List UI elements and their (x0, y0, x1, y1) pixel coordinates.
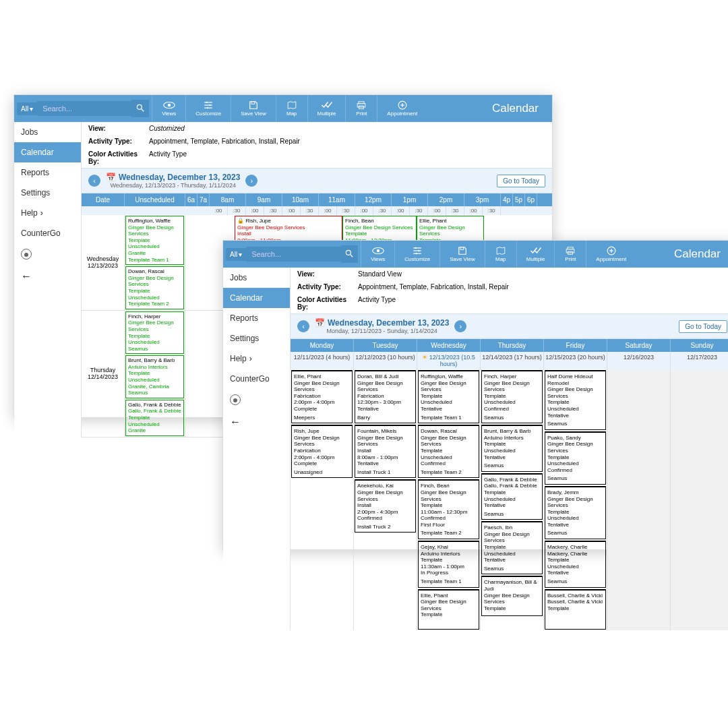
save-view-button[interactable]: Save View (231, 95, 276, 122)
prev-button[interactable]: ‹ (297, 320, 309, 332)
appointment-button[interactable]: Appointment (586, 241, 636, 268)
event-card[interactable]: Gallo, Frank & DebbieGallo, Frank & Debb… (481, 473, 543, 520)
sidebar-item-jobs[interactable]: Jobs (14, 122, 81, 142)
multiple-button[interactable]: Multiple (516, 241, 555, 268)
save-view-button[interactable]: Save View (439, 241, 485, 268)
event-card[interactable]: Brunt, Barry & BarbArduino InteriorsTemp… (481, 425, 543, 472)
collapse-sidebar-button[interactable]: ← (14, 265, 81, 288)
svg-line-18 (351, 255, 353, 257)
customize-button[interactable]: Customize (185, 95, 231, 122)
event-card[interactable]: Dowan, RascalGinger Bee Design ServicesT… (418, 425, 479, 478)
event-card[interactable]: Ruffington, WaffleGinger Bee Design Serv… (418, 370, 479, 423)
sidebar-item-reports[interactable]: Reports (14, 162, 81, 183)
svg-point-3 (167, 104, 171, 107)
go-to-today-button[interactable]: Go to Today (679, 320, 727, 333)
print-icon (355, 100, 367, 110)
date-header[interactable]: 12/16/2023 (607, 352, 671, 369)
event-card[interactable]: Doran, Bill & JudiGinger Bee Design Serv… (355, 370, 416, 423)
event-card[interactable]: Paesch, IbnGinger Bee Design ServicesTem… (481, 521, 543, 574)
date-header[interactable]: 12/11/2023 (4 hours) (291, 352, 354, 369)
sidebar-item-calendar[interactable]: Calendar (223, 288, 290, 308)
svg-point-8 (209, 104, 210, 106)
event-card[interactable]: Anekeholo, KaiGinger Bee Design Services… (355, 479, 416, 533)
event-card[interactable]: Fountain, MikelsGinger Bee Design Servic… (355, 425, 416, 478)
calendar-icon: 📅 (315, 318, 325, 328)
save-icon (456, 246, 468, 255)
event-card[interactable]: Gallo, Frank & DebbieGallo, Frank & Debb… (125, 400, 184, 436)
svg-rect-29 (567, 249, 575, 253)
eye-icon (372, 246, 384, 255)
filter-all-button[interactable]: All ▾ (17, 102, 37, 115)
event-card[interactable]: Charmayanison, Bill & JudiGinger Bee Des… (481, 576, 543, 616)
search-button[interactable] (340, 245, 358, 263)
multiple-button[interactable]: Multiple (307, 95, 346, 122)
sidebar-item-reports[interactable]: Reports (223, 308, 290, 328)
event-card[interactable]: Mackery, CharlieMackery, CharlieTemplate… (545, 541, 606, 588)
search-input[interactable] (246, 247, 340, 262)
next-button[interactable]: › (245, 175, 257, 187)
search-button[interactable] (131, 100, 149, 117)
unscheduled-col: Ruffington, WaffleGinger Bee Design Serv… (125, 215, 185, 310)
go-to-today-button[interactable]: Go to Today (497, 175, 545, 187)
date-header[interactable]: 12/17/2023 (671, 352, 728, 369)
sidebar-item-countergo[interactable]: CounterGo (223, 369, 290, 389)
chevron-right-icon: › (40, 208, 43, 218)
map-button[interactable]: Map (276, 95, 307, 122)
event-card[interactable]: Gejay, KhalArduino InteriorsTemplate11:3… (418, 541, 479, 588)
filter-all-button[interactable]: All ▾ (226, 248, 246, 261)
event-card[interactable]: Ruffington, WaffleGinger Bee Design Serv… (125, 216, 184, 265)
sidebar-item-help[interactable]: Help› (14, 203, 81, 223)
date-header[interactable]: 12/15/2023 (20 hours) (544, 352, 607, 369)
event-card[interactable]: Ellie, PhantGinger Bee Design ServicesFa… (291, 370, 353, 423)
views-button[interactable]: Views (152, 95, 185, 122)
sidebar-item-countergo[interactable]: CounterGo (14, 223, 81, 243)
print-icon (564, 246, 576, 255)
event-card[interactable]: Dowan, RascalGinger Bee Design ServicesT… (125, 266, 184, 309)
activity-type-value: Appointment, Template, Fabrication, Inst… (358, 283, 509, 291)
sidebar-item-jobs[interactable]: Jobs (223, 268, 290, 288)
day-header: Tuesday (354, 339, 417, 352)
prev-button[interactable]: ‹ (88, 175, 100, 187)
sidebar-item-help[interactable]: Help› (223, 348, 290, 369)
event-card[interactable]: Brady, JemmGinger Bee Design ServicesTem… (545, 486, 606, 539)
svg-point-9 (207, 107, 208, 109)
event-card[interactable]: Finch, BeanGinger Bee Design ServicesTem… (418, 479, 479, 539)
user-avatar-icon[interactable] (21, 249, 32, 260)
event-card[interactable]: Puako, SandyGinger Bee Design ServicesTe… (545, 431, 606, 485)
view-label: View: (297, 270, 358, 278)
event-card[interactable]: Finch, HarperGinger Bee Design ServicesT… (125, 311, 184, 355)
map-icon (495, 246, 507, 255)
date-header[interactable]: 12/14/2023 (17 hours) (481, 352, 544, 369)
event-card[interactable]: Rish, JupeGinger Bee Design ServicesFabr… (291, 425, 353, 478)
current-date: 📅Wednesday, December 13, 2023 (106, 173, 240, 182)
sun-icon: ☀ (422, 354, 427, 361)
topbar: All ▾ Views Customize Save View Map Mult… (14, 95, 552, 122)
event-card[interactable]: Ellie, PhantGinger Bee Design ServicesTe… (418, 589, 479, 630)
views-button[interactable]: Views (361, 241, 394, 268)
event-card[interactable]: Finch, HarperGinger Bee Design ServicesT… (481, 370, 543, 423)
next-button[interactable]: › (454, 320, 466, 332)
sidebar-item-calendar[interactable]: Calendar (14, 142, 81, 162)
print-button[interactable]: Print (345, 95, 377, 122)
row-date: Thursday12/14/2023 (82, 311, 125, 437)
sidebar-item-settings[interactable]: Settings (14, 183, 81, 203)
print-button[interactable]: Print (554, 241, 586, 268)
event-card[interactable]: Half Dome Hideout RemodelGinger Bee Desi… (545, 370, 606, 430)
sidebar: Jobs Calendar Reports Settings Help› Cou… (223, 268, 291, 630)
date-header[interactable]: ☀ 12/13/2023 (10.5 hours) (417, 352, 481, 369)
svg-point-0 (137, 104, 142, 109)
search-input[interactable] (37, 101, 131, 116)
day-column: Ruffington, WaffleGinger Bee Design Serv… (417, 369, 481, 630)
date-header[interactable]: 12/12/2023 (10 hours) (354, 352, 417, 369)
day-header: Thursday (481, 339, 544, 352)
event-card[interactable]: Bussell, Charlie & VickiBussell, Charlie… (545, 589, 606, 630)
map-button[interactable]: Map (485, 241, 516, 268)
collapse-sidebar-button[interactable]: ← (223, 411, 290, 433)
view-value: Customized (149, 125, 185, 132)
save-icon (247, 100, 260, 110)
event-card[interactable]: Brunt, Barry & BarbArduino InteriorsTemp… (125, 355, 184, 398)
sidebar-item-settings[interactable]: Settings (223, 328, 290, 348)
customize-button[interactable]: Customize (394, 241, 439, 268)
appointment-button[interactable]: Appointment (377, 95, 427, 122)
user-avatar-icon[interactable] (230, 394, 241, 405)
